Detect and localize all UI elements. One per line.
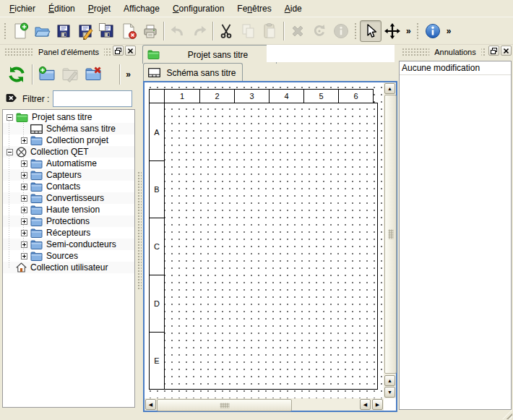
toolbar-handle[interactable] (416, 22, 420, 40)
print-button[interactable] (139, 20, 161, 42)
reload-collections-button[interactable] (4, 61, 30, 87)
tree-item-label: Schéma sans titre (46, 124, 116, 134)
toolbar-separator (32, 64, 33, 85)
filter-input[interactable] (53, 90, 132, 107)
save-all-button[interactable] (96, 20, 118, 42)
tree-expander-minus[interactable] (6, 114, 14, 121)
horizontal-scrollbar[interactable]: ◀ ◀ ▶ (145, 398, 384, 411)
schema-tab[interactable]: Schéma sans titre (143, 63, 243, 82)
menu-edition[interactable]: Édition (42, 1, 82, 17)
about-button[interactable] (422, 20, 444, 42)
redo-button[interactable] (189, 20, 210, 42)
folder-edit-icon (61, 66, 79, 83)
undo-button[interactable] (167, 20, 189, 42)
tree-expander-plus[interactable] (20, 160, 28, 167)
tree-item-label: Projet sans titre (32, 112, 92, 122)
close-file-button[interactable] (118, 20, 139, 42)
tree-item-collectionutilisateur[interactable]: Collection utilisateur (3, 262, 134, 273)
menu-projet[interactable]: Projet (82, 1, 117, 17)
open-document-button[interactable] (31, 20, 53, 42)
delete-button[interactable] (287, 20, 309, 42)
tree-item-semiconducteurs[interactable]: Semi-conducteurs (3, 239, 134, 250)
tree-expander-plus[interactable] (20, 218, 28, 225)
save-icon (55, 22, 72, 40)
elements-tree[interactable]: Projet sans titreSchéma sans titreCollec… (2, 109, 135, 408)
tree-expander-plus[interactable] (20, 241, 28, 248)
vertical-scrollbar-thumb[interactable] (384, 95, 397, 374)
tree-item-sources[interactable]: Sources (3, 250, 134, 262)
tree-item-collectionqet[interactable]: Collection QET (3, 146, 134, 158)
toolbar-overflow-chevron[interactable]: » (444, 26, 454, 36)
cut-button[interactable] (216, 20, 238, 42)
project-tab[interactable]: Projet sans titre (142, 45, 277, 64)
edit-category-button[interactable] (59, 63, 82, 86)
tree-item-contacts[interactable]: Contacts (3, 181, 134, 192)
refresh-green-icon (7, 64, 27, 85)
menu-affichage[interactable]: Affichage (117, 1, 166, 17)
toolbar-handle[interactable] (4, 22, 7, 40)
toolbar-overflow-chevron[interactable]: » (403, 26, 414, 36)
delete-category-button[interactable] (82, 63, 105, 86)
close-panel-button[interactable] (501, 46, 512, 56)
folder-blue-icon (30, 159, 43, 168)
horizontal-scrollbar-thumb[interactable] (157, 399, 292, 411)
float-panel-button[interactable] (113, 46, 124, 56)
column-header-cell: 5 (303, 89, 339, 103)
rotate-button[interactable] (309, 20, 330, 42)
left-splitter[interactable] (137, 45, 142, 418)
tree-expander-plus[interactable] (20, 137, 28, 144)
element-info-button[interactable] (330, 20, 352, 42)
copy-button[interactable] (238, 20, 259, 42)
select-mode-button[interactable] (360, 20, 381, 42)
tree-item-protections[interactable]: Protections (3, 215, 134, 227)
toolbar-overflow-chevron[interactable]: » (123, 69, 134, 80)
pan-mode-button[interactable] (381, 20, 403, 42)
undo-list-item[interactable]: Aucune modification (400, 61, 511, 75)
tree-item-capteurs[interactable]: Capteurs (3, 169, 134, 181)
save-as-button[interactable] (74, 20, 96, 42)
tree-expander-minus[interactable] (6, 149, 14, 155)
scroll-left-button[interactable]: ◀ (145, 399, 156, 410)
tree-item-recepteurs[interactable]: Récepteurs (3, 227, 134, 239)
diagram-canvas[interactable]: 123456 ABCDE (145, 82, 384, 398)
tree-item-label: Semi-conducteurs (46, 239, 116, 249)
undo-history-list[interactable]: Aucune modification (399, 61, 512, 410)
vertical-scrollbar[interactable]: ▲ ▲ ▼ (384, 82, 396, 398)
tree-expander-plus[interactable] (20, 172, 28, 179)
float-panel-button[interactable] (488, 46, 499, 56)
paste-icon (262, 22, 279, 40)
scroll-up-button-2[interactable]: ▲ (384, 375, 395, 386)
tree-item-convertisseurs[interactable]: Convertisseurs (3, 192, 134, 204)
menu-fenetres[interactable]: Fenêtres (230, 1, 277, 17)
close-panel-button[interactable] (125, 46, 136, 56)
scroll-up-button[interactable]: ▲ (384, 83, 395, 94)
scroll-right-button[interactable]: ▶ (372, 399, 383, 410)
new-document-button[interactable] (9, 20, 31, 42)
menu-aide[interactable]: Aide (278, 1, 309, 17)
tree-expander-plus[interactable] (20, 253, 28, 260)
new-category-button[interactable] (35, 63, 59, 86)
undo-panel-titlebar[interactable]: Annulations (399, 45, 512, 59)
menu-fichier[interactable]: Fichier (3, 1, 42, 17)
tree-item-hautetension[interactable]: Haute tension (3, 204, 134, 215)
tree-expander-plus[interactable] (20, 207, 28, 213)
dock-title-buttons (486, 46, 512, 56)
tree-item-collectionprojet[interactable]: Collection projet (3, 134, 134, 146)
tree-item-projetsanstitre[interactable]: Projet sans titre (3, 111, 134, 123)
tree-expander-plus[interactable] (20, 230, 28, 236)
toolbar-handle[interactable] (354, 22, 358, 40)
tree-item-schemasanstitre[interactable]: Schéma sans titre (3, 123, 134, 134)
folder-green-icon (16, 113, 28, 122)
menu-configuration[interactable]: Configuration (166, 1, 230, 17)
home-icon (16, 262, 27, 273)
scroll-left-button-2[interactable]: ◀ (360, 399, 371, 410)
tree-expander-plus[interactable] (20, 184, 28, 190)
scroll-down-button[interactable]: ▼ (384, 387, 395, 398)
paste-button[interactable] (259, 20, 281, 42)
elements-panel-titlebar[interactable]: Panel d'éléments (1, 45, 136, 59)
tree-item-label: Collection projet (46, 135, 108, 145)
tree-item-automatisme[interactable]: Automatisme (3, 158, 134, 169)
tree-expander-plus[interactable] (20, 195, 28, 202)
clear-filter-icon[interactable] (5, 91, 19, 106)
save-button[interactable] (53, 20, 74, 42)
